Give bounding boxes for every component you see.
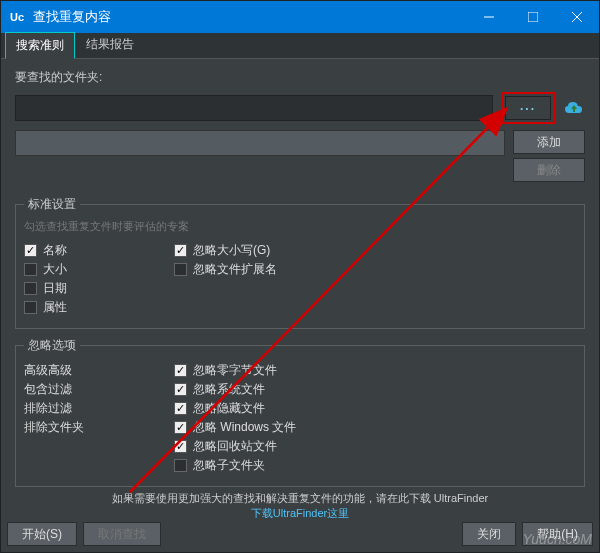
chk-ignore-windows[interactable]: ✓忽略 Windows 文件: [174, 419, 576, 436]
svg-rect-1: [528, 12, 538, 22]
footer-bar: 开始(S) 取消查找 关闭 帮助(H): [1, 518, 599, 552]
chk-ignore-hidden[interactable]: ✓忽略隐藏文件: [174, 400, 576, 417]
help-button[interactable]: 帮助(H): [522, 522, 593, 546]
chk-date[interactable]: 日期: [24, 280, 174, 297]
chk-ignore-subfolders[interactable]: 忽略子文件夹: [174, 457, 576, 474]
chk-ignore-ext-label: 忽略文件扩展名: [193, 261, 277, 278]
cancel-search-button[interactable]: 取消查找: [83, 522, 161, 546]
chk-ignore-hidden-label: 忽略隐藏文件: [193, 400, 265, 417]
chk-name-label: 名称: [43, 242, 67, 259]
chk-ignore-case[interactable]: ✓忽略大小写(G): [174, 242, 576, 259]
minimize-button[interactable]: [467, 1, 511, 33]
tab-strip: 搜索准则 结果报告: [1, 33, 599, 59]
chk-size[interactable]: 大小: [24, 261, 174, 278]
chk-ignore-zero[interactable]: ✓忽略零字节文件: [174, 362, 576, 379]
content-area: 要查找的文件夹: ... 添加 删除 标准设置 勾选查找重复文件时要评估的专案 …: [1, 59, 599, 518]
start-button[interactable]: 开始(S): [7, 522, 77, 546]
minimize-icon: [484, 12, 494, 22]
chk-ignore-ext[interactable]: 忽略文件扩展名: [174, 261, 576, 278]
remove-folder-button[interactable]: 删除: [513, 158, 585, 182]
link-include-filter[interactable]: 包含过滤: [24, 381, 174, 398]
cloud-icon[interactable]: [563, 99, 585, 117]
chk-ignore-subfolders-label: 忽略子文件夹: [193, 457, 265, 474]
folder-path-input[interactable]: [15, 95, 493, 121]
add-folder-button[interactable]: 添加: [513, 130, 585, 154]
close-button[interactable]: [555, 1, 599, 33]
close-dialog-button[interactable]: 关闭: [462, 522, 516, 546]
ignore-group: 忽略选项 高级高级 包含过滤 排除过滤 排除文件夹 ✓忽略零字节文件 ✓忽略系统…: [15, 337, 585, 487]
chk-name[interactable]: ✓名称: [24, 242, 174, 259]
chk-ignore-recycle[interactable]: ✓忽略回收站文件: [174, 438, 576, 455]
criteria-group: 标准设置 勾选查找重复文件时要评估的专案 ✓名称 大小 日期 属性 ✓忽略大小写…: [15, 196, 585, 329]
chk-attr[interactable]: 属性: [24, 299, 174, 316]
chk-attr-label: 属性: [43, 299, 67, 316]
folder-list[interactable]: [15, 130, 505, 156]
criteria-legend: 标准设置: [24, 196, 80, 213]
chk-ignore-system[interactable]: ✓忽略系统文件: [174, 381, 576, 398]
chk-ignore-recycle-label: 忽略回收站文件: [193, 438, 277, 455]
app-window: Uc 查找重复内容 搜索准则 结果报告 要查找的文件夹: ...: [0, 0, 600, 553]
chk-date-label: 日期: [43, 280, 67, 297]
window-title: 查找重复内容: [33, 8, 467, 26]
chk-ignore-zero-label: 忽略零字节文件: [193, 362, 277, 379]
promo-message: 如果需要使用更加强大的查找和解决重复文件的功能，请在此下载 UltraFinde…: [15, 487, 585, 518]
maximize-button[interactable]: [511, 1, 555, 33]
folder-label: 要查找的文件夹:: [15, 69, 585, 86]
chk-ignore-system-label: 忽略系统文件: [193, 381, 265, 398]
link-exclude-filter[interactable]: 排除过滤: [24, 400, 174, 417]
title-bar: Uc 查找重复内容: [1, 1, 599, 33]
chk-size-label: 大小: [43, 261, 67, 278]
tab-search-criteria[interactable]: 搜索准则: [5, 32, 75, 59]
browse-folder-button[interactable]: ...: [505, 96, 551, 120]
maximize-icon: [528, 12, 538, 22]
link-advanced[interactable]: 高级高级: [24, 362, 174, 379]
chk-ignore-windows-label: 忽略 Windows 文件: [193, 419, 296, 436]
chk-ignore-case-label: 忽略大小写(G): [193, 242, 270, 259]
app-logo-icon: Uc: [7, 7, 27, 27]
download-link[interactable]: 下载UltraFinder这里: [251, 507, 349, 518]
tab-result-report[interactable]: 结果报告: [75, 31, 145, 58]
link-exclude-folders[interactable]: 排除文件夹: [24, 419, 174, 436]
highlight-annotation: ...: [501, 92, 555, 124]
close-icon: [572, 12, 582, 22]
ignore-legend: 忽略选项: [24, 337, 80, 354]
criteria-hint: 勾选查找重复文件时要评估的专案: [24, 219, 576, 234]
